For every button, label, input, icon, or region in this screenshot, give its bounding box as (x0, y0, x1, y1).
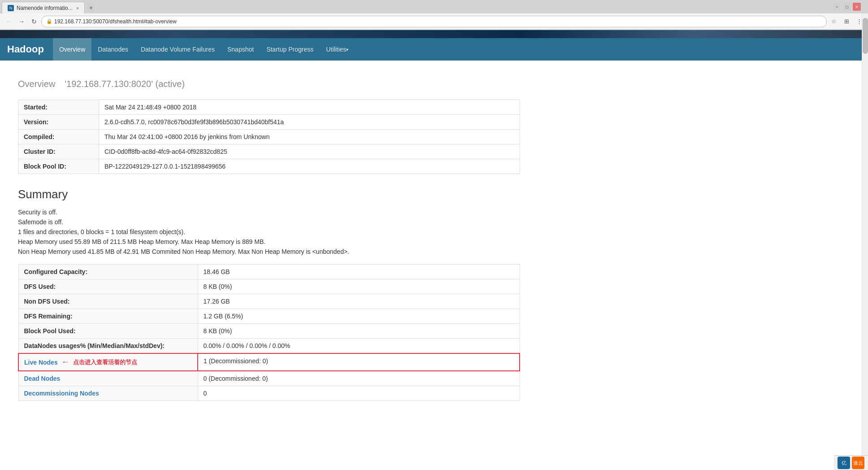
lock-icon: 🔒 (46, 18, 52, 24)
summary-table-row: DFS Used: 8 KB (0%) (18, 279, 520, 294)
summary-label-2: Non DFS Used: (18, 294, 198, 309)
summary-value-4: 8 KB (0%) (198, 324, 520, 339)
close-button[interactable]: × (853, 3, 861, 11)
summary-table-row: Non DFS Used: 17.26 GB (18, 294, 520, 309)
summary-label-7: Dead Nodes (18, 371, 198, 386)
page-content: Overview '192.168.77.130:8020' (active) … (0, 61, 538, 414)
nav-item-utilities: Utilities (320, 38, 355, 61)
info-value-0: Sat Mar 24 21:48:49 +0800 2018 (99, 100, 520, 115)
bookmark-button[interactable]: ☆ (829, 16, 839, 27)
nav-item-dnvol: Datanode Volume Failures (135, 38, 221, 61)
summary-label-5: DataNodes usages% (Min/Median/Max/stdDev… (18, 339, 198, 354)
annotation-text: 点击进入查看活着的节点 (73, 358, 137, 366)
summary-value-3: 1.2 GB (6.5%) (198, 309, 520, 324)
info-value-1: 2.6.0-cdh5.7.0, rc00978c67b0d3fe9f3b896b… (99, 115, 520, 130)
node-link-7[interactable]: Dead Nodes (24, 375, 61, 382)
tab-close-button[interactable]: × (76, 5, 79, 11)
scrollbar[interactable] (862, 13, 868, 414)
summary-text-4: Non Heap Memory used 41.85 MB of 42.91 M… (18, 248, 520, 255)
nav-item-overview: Overview (53, 38, 91, 61)
summary-table-row: Block Pool Used: 8 KB (0%) (18, 324, 520, 339)
summary-table-row: DataNodes usages% (Min/Median/Max/stdDev… (18, 339, 520, 354)
info-label-0: Started: (18, 100, 99, 115)
summary-label-6: Live Nodes ← 点击进入查看活着的节点 (18, 353, 198, 371)
navbar-brand[interactable]: Hadoop (7, 44, 44, 55)
summary-text-0: Security is off. (18, 209, 520, 216)
node-link-8[interactable]: Decommissioning Nodes (24, 390, 99, 397)
summary-table-row: Dead Nodes 0 (Decommissioned: 0) (18, 371, 520, 386)
summary-value-8: 0 (198, 386, 520, 401)
extensions-button[interactable]: ⊞ (841, 16, 852, 27)
summary-value-0: 18.46 GB (198, 265, 520, 279)
summary-text-3: Heap Memory used 55.89 MB of 211.5 MB He… (18, 238, 520, 245)
nav-link-utilities[interactable]: Utilities (320, 38, 355, 61)
navbar-nav: Overview Datanodes Datanode Volume Failu… (53, 38, 355, 61)
info-label-3: Cluster ID: (18, 144, 99, 159)
red-arrow-icon: ← (61, 357, 69, 367)
page-title-sub: '192.168.77.130:8020' (active) (65, 79, 185, 89)
browser-tab[interactable]: N Namenode informatio... × (2, 2, 85, 13)
summary-label-3: DFS Remaining: (18, 309, 198, 324)
summary-label-0: Configured Capacity: (18, 265, 198, 279)
summary-table-row: Configured Capacity: 18.46 GB (18, 265, 520, 279)
summary-table-row: Decommissioning Nodes 0 (18, 386, 520, 401)
summary-label-1: DFS Used: (18, 279, 198, 294)
tab-title: Namenode informatio... (17, 5, 73, 11)
summary-table-row: DFS Remaining: 1.2 GB (6.5%) (18, 309, 520, 324)
summary-texts: Security is off.Safemode is off.1 files … (18, 209, 520, 255)
maximize-button[interactable]: □ (843, 3, 851, 11)
address-bar[interactable]: 🔒 192.168.77.130:50070/dfshealth.html#ta… (41, 16, 827, 27)
header-background (0, 30, 868, 38)
nav-link-snapshot[interactable]: Snapshot (221, 38, 260, 61)
summary-value-7: 0 (Decommissioned: 0) (198, 371, 520, 386)
summary-value-5: 0.00% / 0.00% / 0.00% / 0.00% (198, 339, 520, 354)
summary-table: Configured Capacity: 18.46 GB DFS Used: … (18, 264, 520, 401)
summary-value-6: 1 (Decommissioned: 0) (198, 353, 520, 371)
summary-table-row: Live Nodes ← 点击进入查看活着的节点 1 (Decommission… (18, 353, 520, 371)
summary-value-2: 17.26 GB (198, 294, 520, 309)
page-title-main: Overview (18, 79, 55, 89)
reload-button[interactable]: ↻ (29, 16, 39, 27)
nav-link-datanodes[interactable]: Datanodes (91, 38, 135, 61)
info-table-row: Compiled: Thu Mar 24 02:41:00 +0800 2016… (18, 130, 520, 144)
forward-button[interactable]: → (16, 16, 27, 27)
live-nodes-link[interactable]: Live Nodes (24, 359, 58, 366)
summary-label-4: Block Pool Used: (18, 324, 198, 339)
summary-text-1: Safemode is off. (18, 218, 520, 226)
info-table-row: Version: 2.6.0-cdh5.7.0, rc00978c67b0d3f… (18, 115, 520, 130)
nav-link-startup[interactable]: Startup Progress (260, 38, 320, 61)
info-label-4: Block Pool ID: (18, 159, 99, 174)
nav-item-datanodes: Datanodes (91, 38, 135, 61)
back-button[interactable]: ← (4, 16, 14, 27)
info-table: Started: Sat Mar 24 21:48:49 +0800 2018 … (18, 100, 520, 174)
main-navbar: Hadoop Overview Datanodes Datanode Volum… (0, 38, 868, 61)
info-table-row: Cluster ID: CID-0d0ff8fb-ac8d-4fc9-ac64-… (18, 144, 520, 159)
info-label-1: Version: (18, 115, 99, 130)
address-text: 192.168.77.130:50070/dfshealth.html#tab-… (54, 18, 177, 25)
info-label-2: Compiled: (18, 130, 99, 144)
nav-link-dnvol[interactable]: Datanode Volume Failures (135, 38, 221, 61)
info-value-4: BP-1222049129-127.0.0.1-1521898499656 (99, 159, 520, 174)
minimize-button[interactable]: − (833, 3, 841, 11)
summary-value-1: 8 KB (0%) (198, 279, 520, 294)
nav-link-overview[interactable]: Overview (53, 38, 91, 61)
info-table-row: Started: Sat Mar 24 21:48:49 +0800 2018 (18, 100, 520, 115)
summary-label-8: Decommissioning Nodes (18, 386, 198, 401)
new-tab-button[interactable]: + (87, 3, 95, 12)
tab-favicon: N (8, 5, 14, 11)
info-value-2: Thu Mar 24 02:41:00 +0800 2016 by jenkin… (99, 130, 520, 144)
nav-item-snapshot: Snapshot (221, 38, 260, 61)
info-value-3: CID-0d0ff8fb-ac8d-4fc9-ac64-0f92832cd825 (99, 144, 520, 159)
page-title: Overview '192.168.77.130:8020' (active) (18, 74, 520, 91)
info-table-row: Block Pool ID: BP-1222049129-127.0.0.1-1… (18, 159, 520, 174)
summary-title: Summary (18, 187, 520, 201)
scrollbar-thumb[interactable] (863, 18, 868, 54)
summary-text-2: 1 files and directories, 0 blocks = 1 to… (18, 228, 520, 235)
nav-item-startup: Startup Progress (260, 38, 320, 61)
